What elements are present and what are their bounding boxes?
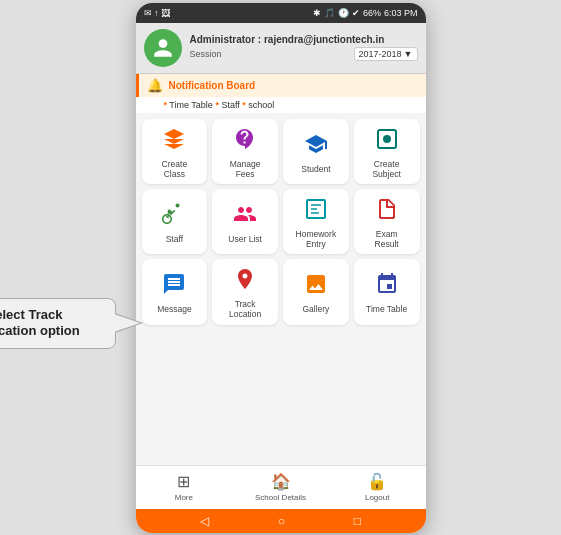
nav-item-school-details[interactable]: 🏠 School Details [232,466,329,509]
create-class-label: CreateClass [162,159,188,179]
session-value: 2017-2018 ▼ [354,47,418,61]
signal-icon: 🎵 [324,8,335,18]
exam-result-label: ExamResult [375,229,399,249]
fees-icon [233,127,257,155]
home-button[interactable]: ○ [278,514,285,528]
nav-item-logout[interactable]: 🔓 Logout [329,466,426,509]
grid-item-student[interactable]: Student [283,119,349,184]
avatar [144,29,182,67]
grid-item-create-class[interactable]: CreateClass [142,119,208,184]
exam-icon [375,197,399,225]
gallery-icon [304,272,328,300]
track-location-label: TrackLocation [229,299,261,319]
back-button[interactable]: ◁ [200,514,209,528]
users-icon [233,202,257,230]
header-info: Administrator : rajendra@junctiontech.in… [190,34,418,61]
message-icon [162,272,186,300]
timetable-icon [375,272,399,300]
dropdown-arrow-icon[interactable]: ▼ [404,49,413,59]
notification-title-bar: 🔔 Notification Board [136,74,426,97]
session-label: Session [190,49,222,59]
svg-point-1 [383,135,391,143]
notification-items: * Time Table * Staff * school [136,97,426,113]
grid-item-message[interactable]: Message [142,259,208,324]
status-bar: ✉ ↑ 🖼 ✱ 🎵 🕐 ✔ 66% 6:03 PM [136,3,426,23]
battery-icon: ✔ [352,8,360,18]
logout-label: Logout [365,493,389,502]
location-icon [233,267,257,295]
more-label: More [175,493,193,502]
nav-item-more[interactable]: ⊞ More [136,466,233,509]
notification-title: Notification Board [169,80,256,91]
grid-item-manage-fees[interactable]: ManageFees [212,119,278,184]
notification-board: 🔔 Notification Board * Time Table * Staf… [136,74,426,113]
manage-fees-label: ManageFees [230,159,261,179]
user-list-label: User List [228,234,262,244]
gallery-label: Gallery [302,304,329,314]
layers-icon [162,127,186,155]
android-nav: ◁ ○ □ [136,509,426,533]
time-display: 6:03 PM [384,8,418,18]
battery-percent: 66% [363,8,381,18]
grid-item-homework-entry[interactable]: HomeworkEntry [283,189,349,254]
home-icon: 🏠 [271,472,291,491]
more-icon: ⊞ [177,472,190,491]
logout-icon: 🔓 [367,472,387,491]
header: Administrator : rajendra@junctiontech.in… [136,23,426,74]
callout-text: Select Track location option [0,307,80,339]
staff-icon [162,202,186,230]
grid: CreateClass ManageFees [142,119,420,325]
bluetooth-icon: ✱ [313,8,321,18]
grid-item-exam-result[interactable]: ExamResult [354,189,420,254]
admin-name: Administrator : rajendra@junctiontech.in [190,34,418,45]
staff-label: Staff [166,234,183,244]
status-icons: ✉ ↑ 🖼 [144,8,171,18]
callout-tooltip: Select Track location option [0,298,116,350]
school-details-label: School Details [255,493,306,502]
homework-icon [304,197,328,225]
time-table-label: Time Table [366,304,407,314]
status-left: ✉ ↑ 🖼 [144,8,171,18]
grid-item-staff[interactable]: Staff [142,189,208,254]
student-label: Student [301,164,330,174]
grid-item-create-subject[interactable]: CreateSubject [354,119,420,184]
bottom-nav: ⊞ More 🏠 School Details 🔓 Logout [136,465,426,509]
homework-entry-label: HomeworkEntry [296,229,337,249]
recent-button[interactable]: □ [354,514,361,528]
grid-item-track-location[interactable]: TrackLocation [212,259,278,324]
grid-item-gallery[interactable]: Gallery [283,259,349,324]
grid-item-user-list[interactable]: User List [212,189,278,254]
student-icon [304,132,328,160]
session-row: Session 2017-2018 ▼ [190,47,418,61]
message-label: Message [157,304,192,314]
grid-item-time-table[interactable]: Time Table [354,259,420,324]
status-right: ✱ 🎵 🕐 ✔ 66% 6:03 PM [313,8,418,18]
clock-icon: 🕐 [338,8,349,18]
notification-icon: 🔔 [147,78,163,93]
create-subject-label: CreateSubject [372,159,400,179]
subject-icon [375,127,399,155]
menu-grid: CreateClass ManageFees [136,113,426,465]
